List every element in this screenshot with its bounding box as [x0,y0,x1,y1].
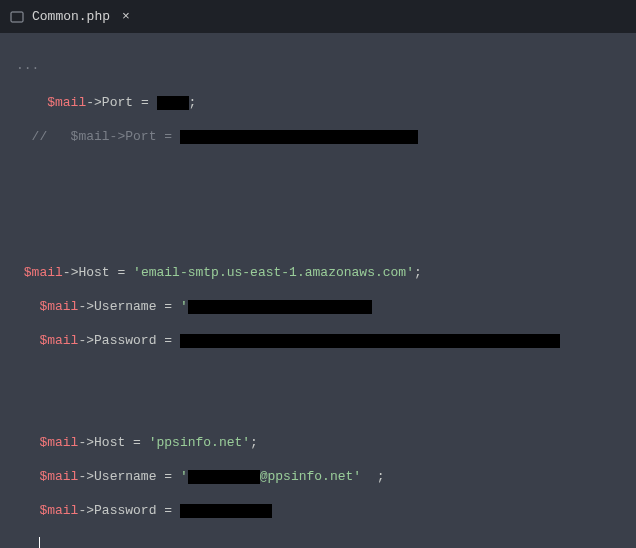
code-line: $mail->Port = ; [16,94,620,111]
php-file-icon [10,10,24,24]
tab-bar: Common.php × [0,0,636,33]
code-line [16,536,620,548]
close-icon[interactable]: × [122,9,130,24]
code-line: $mail->Host = 'ppsinfo.net'; [16,434,620,451]
code-line: $mail->Username = ' [16,298,620,315]
text-cursor [39,537,40,548]
svg-rect-0 [11,12,23,22]
code-editor[interactable]: ··· $mail->Port = ; // $mail->Port = $ma… [0,33,636,548]
code-line: $mail->Password = [16,332,620,349]
code-line: ··· [16,60,620,77]
tab-common-php[interactable]: Common.php × [0,0,140,33]
code-line: $mail->Username = '@ppsinfo.net' ; [16,468,620,485]
code-line: $mail->Password = [16,502,620,519]
code-line: $mail->Host = 'email-smtp.us-east-1.amaz… [16,264,620,281]
tab-label: Common.php [32,9,110,24]
code-line: // $mail->Port = [16,128,620,145]
